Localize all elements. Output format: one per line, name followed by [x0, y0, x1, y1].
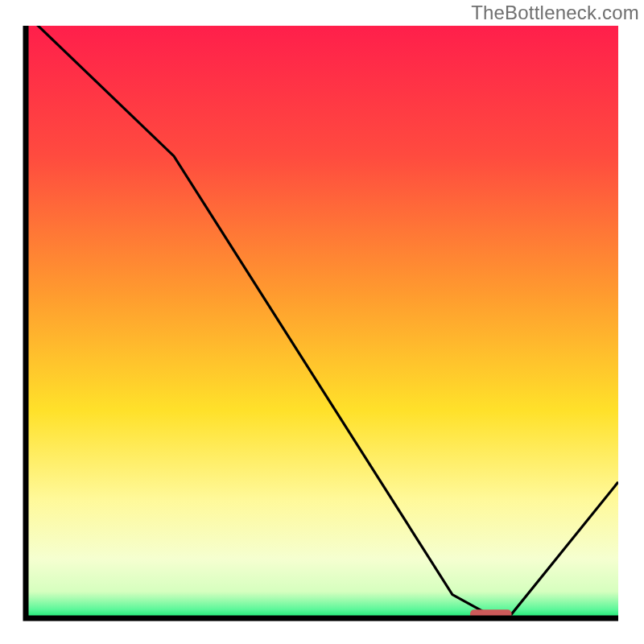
plot-background: [26, 26, 618, 618]
chart-container: TheBottleneck.com: [0, 0, 644, 644]
bottleneck-chart: [0, 0, 644, 644]
